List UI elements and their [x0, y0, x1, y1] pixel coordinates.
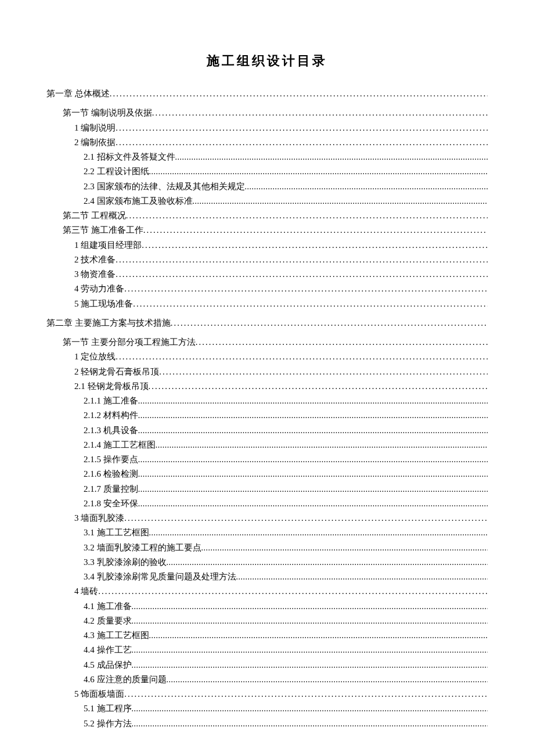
toc-entry-label: 4.6 应注意的质量问题 [84, 673, 167, 686]
toc-entry-label: 4.2 质量要求 [84, 614, 132, 628]
toc-entry-label: 2 技术准备 [74, 253, 116, 267]
table-of-contents: 第一章 总体概述 ...............................… [46, 87, 488, 730]
toc-entry-label: 4.5 成品保护 [84, 658, 132, 672]
toc-leader-dots: ........................................… [142, 239, 488, 252]
toc-leader-dots: ........................................… [245, 181, 488, 193]
toc-entry-label: 2.1.5 操作要点 [84, 453, 138, 466]
toc-entry: 2.1 招标文件及答疑文件...........................… [84, 150, 488, 164]
toc-leader-dots: ........................................… [138, 498, 488, 510]
toc-entry-label: 1 组建项目经理部 [74, 239, 142, 252]
toc-entry: 2.1.3 机具设备..............................… [84, 424, 488, 437]
toc-leader-dots: ........................................… [143, 224, 488, 237]
toc-entry: 4 劳动力准备 ................................… [74, 282, 488, 296]
toc-leader-dots: ........................................… [116, 268, 488, 281]
toc-entry: 4.6 应注意的质量问题............................… [84, 673, 488, 686]
toc-entry: 2.1.5 操作要点..............................… [84, 453, 488, 466]
toc-entry-label: 3.1 施工工艺框图 [84, 526, 149, 539]
toc-leader-dots: ........................................… [149, 380, 488, 393]
toc-entry-label: 4.3 施工工艺框图 [84, 629, 149, 642]
toc-entry: 4.3 施工工艺框图..............................… [84, 629, 488, 642]
toc-entry: 2.1.6 检验检测..............................… [84, 467, 488, 481]
toc-entry: 2.1.8 安全环保..............................… [84, 497, 488, 510]
toc-entry: 3.1 施工工艺框图..............................… [84, 526, 488, 539]
toc-leader-dots: ........................................… [124, 282, 488, 296]
toc-entry-label: 2.2 工程设计图纸 [84, 165, 149, 178]
toc-entry: 2.1.1 施工准备..............................… [84, 394, 488, 408]
toc-leader-dots: ........................................… [138, 409, 488, 422]
toc-entry: 2 轻钢龙骨石膏板吊顶 ............................… [74, 365, 488, 379]
toc-leader-dots: ........................................… [138, 483, 488, 496]
toc-leader-dots: ........................................… [132, 615, 488, 628]
toc-leader-dots: ........................................… [132, 600, 488, 613]
toc-entry: 2 技术准备 .................................… [74, 253, 488, 267]
toc-entry-label: 2.1.8 安全环保 [84, 497, 138, 510]
toc-entry: 5.1 施工程序................................… [84, 702, 488, 715]
toc-entry: 2.1.7 质量控制..............................… [84, 483, 488, 496]
toc-entry: 3.3 乳胶漆涂刷的验收............................… [84, 556, 488, 569]
toc-entry-label: 4.4 操作工艺 [84, 643, 132, 657]
toc-leader-dots: ........................................… [132, 659, 488, 672]
toc-entry-label: 2.1.3 机具设备 [84, 424, 138, 437]
toc-entry-label: 2.1 轻钢龙骨板吊顶 [74, 380, 149, 393]
document-title: 施工组织设计目录 [46, 52, 488, 70]
toc-entry: 4.2 质量要求................................… [84, 614, 488, 628]
toc-entry: 2.2 工程设计图纸..............................… [84, 165, 488, 178]
toc-entry-label: 5 施工现场准备 [74, 297, 133, 311]
toc-entry: 第一节 编制说明及依据.............................… [63, 106, 488, 120]
toc-leader-dots: ........................................… [171, 316, 488, 330]
toc-entry-label: 2.1.1 施工准备 [84, 394, 138, 408]
toc-entry: 3.4 乳胶漆涂刷常见质量问题及处理方法....................… [84, 570, 488, 584]
toc-entry: 第二节 工程概况................................… [63, 209, 488, 222]
toc-leader-dots: ........................................… [124, 687, 488, 701]
toc-leader-dots: ........................................… [149, 165, 488, 178]
toc-entry: 3.2 墙面乳胶漆工程的施工要点........................… [84, 541, 488, 555]
toc-entry: 第三节 施工准备工作..............................… [63, 224, 488, 237]
toc-entry: 1 组建项目经理部 ..............................… [74, 239, 488, 252]
toc-entry-label: 2.1.7 质量控制 [84, 483, 138, 496]
toc-entry-label: 1 编制说明 [74, 121, 116, 135]
toc-entry-label: 2 编制依据 [74, 136, 116, 149]
toc-entry: 5.2 操作方法................................… [84, 717, 488, 730]
toc-entry-label: 第一章 总体概述 [46, 87, 110, 100]
toc-entry: 2.4 国家颁布施工及验收标准.........................… [84, 195, 488, 208]
toc-leader-dots: ........................................… [116, 253, 488, 267]
toc-entry-label: 3.2 墙面乳胶漆工程的施工要点 [84, 541, 201, 555]
toc-entry: 1 定位放线 .................................… [74, 350, 488, 363]
toc-entry-label: 3 物资准备 [74, 268, 116, 281]
toc-entry-label: 2.1.6 检验检测 [84, 467, 138, 481]
toc-entry-label: 3 墙面乳胶漆 [74, 512, 124, 525]
toc-entry-label: 第二节 工程概况 [63, 209, 126, 222]
toc-entry-label: 2.3 国家颁布的法律、法规及其他相关规定 [84, 180, 245, 193]
toc-leader-dots: ........................................… [138, 468, 488, 481]
toc-leader-dots: ........................................… [138, 395, 488, 408]
toc-entry-label: 2.1 招标文件及答疑文件 [84, 150, 175, 164]
toc-entry: 2.1.2 材料构件..............................… [84, 409, 488, 422]
toc-entry-label: 3.4 乳胶漆涂刷常见质量问题及处理方法 [84, 570, 236, 584]
toc-entry-label: 4 墙砖 [74, 585, 98, 598]
toc-entry-label: 3.3 乳胶漆涂刷的验收 [84, 556, 167, 569]
toc-entry-label: 第二章 主要施工方案与技术措施 [46, 316, 171, 330]
toc-leader-dots: ........................................… [159, 365, 488, 379]
toc-entry: 4 墙砖 ...................................… [74, 585, 488, 598]
toc-entry-label: 5.2 操作方法 [84, 717, 132, 730]
toc-entry-label: 5 饰面板墙面 [74, 687, 124, 701]
toc-entry-label: 5.1 施工程序 [84, 702, 132, 715]
toc-entry: 2.1 轻钢龙骨板吊顶.............................… [74, 380, 488, 393]
toc-entry-label: 4 劳动力准备 [74, 282, 124, 296]
toc-entry: 4.4 操作工艺................................… [84, 643, 488, 657]
toc-leader-dots: ........................................… [138, 424, 488, 437]
toc-entry: 2.1.4 施工工艺框图............................… [84, 438, 488, 452]
toc-entry: 第一章 总体概述 ...............................… [46, 87, 488, 100]
toc-leader-dots: ........................................… [236, 571, 488, 584]
toc-leader-dots: ........................................… [167, 674, 488, 686]
toc-entry: 5 饰面板墙面 ................................… [74, 687, 488, 701]
toc-leader-dots: ........................................… [116, 121, 488, 135]
toc-leader-dots: ........................................… [126, 209, 488, 222]
toc-entry: 3 墙面乳胶漆 ................................… [74, 512, 488, 525]
toc-leader-dots: ........................................… [116, 136, 488, 149]
toc-entry-label: 2.1.4 施工工艺框图 [84, 438, 156, 452]
toc-leader-dots: ........................................… [98, 585, 488, 598]
toc-leader-dots: ........................................… [132, 703, 488, 715]
toc-entry: 2 编制依据 .................................… [74, 136, 488, 149]
toc-leader-dots: ........................................… [133, 297, 488, 311]
